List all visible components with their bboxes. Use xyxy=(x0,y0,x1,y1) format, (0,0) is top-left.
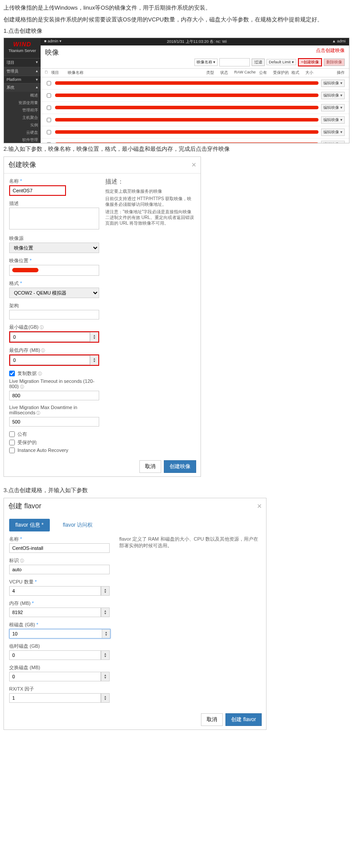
table-row: 编辑映像 ▾ xyxy=(41,102,349,114)
ram-input[interactable] xyxy=(9,608,101,617)
submit-button[interactable]: 创建 flavor xyxy=(225,713,262,726)
side-system[interactable]: 系统▴ xyxy=(4,83,41,92)
edit-button[interactable]: 编辑映像 ▾ xyxy=(321,92,345,99)
row-checkbox[interactable] xyxy=(47,117,51,123)
edit-button[interactable]: 编辑映像 ▾ xyxy=(321,104,345,111)
label-root: 根磁盘 (GB) xyxy=(9,621,111,628)
label-arch: 架构 xyxy=(9,302,99,309)
side-project[interactable]: 項目▾ xyxy=(4,58,41,67)
row-checkbox[interactable] xyxy=(47,105,51,111)
edit-button[interactable]: 编辑映像 ▾ xyxy=(321,80,345,87)
label-ram: 内存 (MB) xyxy=(9,600,111,607)
table-row: 编辑映像 ▾ xyxy=(41,90,349,102)
step-1: 1.点击创建映像 xyxy=(3,27,350,35)
edit-button[interactable]: 编辑映像 ▾ xyxy=(321,128,345,136)
filter-button[interactable]: 过滤 xyxy=(252,59,265,66)
top-bar: ■ admin ▾ 2018/1/31 上午11:03:20 各: nc: Wi… xyxy=(41,38,349,45)
label-name: 名称 xyxy=(9,536,111,542)
eph-input[interactable] xyxy=(9,650,101,660)
side-instance[interactable]: 实例 xyxy=(4,122,41,129)
tab-flavor-info[interactable]: flavor 信息 xyxy=(9,519,50,531)
cancel-button[interactable]: 取消 xyxy=(201,713,223,726)
table-row: 编辑映像 ▾ xyxy=(41,139,349,143)
table-header: □ 项目 映像名称 类型 状态 RAW Cache 公有 受保护的 格式 大小 … xyxy=(41,68,349,77)
red-scribble xyxy=(12,268,38,272)
spinner-icon[interactable]: ▲▼ xyxy=(90,332,98,342)
delete-image-button[interactable]: 删除映像 xyxy=(324,59,345,66)
label-lmt: Live Migration Timeout in seconds (120-8… xyxy=(9,378,99,390)
spinner-icon[interactable]: ▲▼ xyxy=(101,693,110,703)
submit-button[interactable]: 创建映像 xyxy=(164,460,196,473)
lmd-input[interactable] xyxy=(9,417,99,427)
annotation-label: 点击创建映像 xyxy=(316,47,345,54)
label-src: 映像源 xyxy=(9,235,99,242)
side-hypervisor[interactable]: 管理程序 xyxy=(4,107,41,114)
minram-input[interactable] xyxy=(10,355,90,365)
autorecover-checkbox[interactable] xyxy=(9,448,15,453)
create-image-modal: 创建映像 × 名称 描述 映像源 映像位置 映像位置 格式 QCOW2 - Q xyxy=(3,156,201,477)
step-2: 2.输入如下参数，映像名称，映像位置，格式，最小磁盘和最低内存，完成后点击穿件映… xyxy=(3,145,350,153)
lmt-input[interactable] xyxy=(9,391,99,400)
root-input[interactable] xyxy=(10,629,102,638)
spinner-icon[interactable]: ▲▼ xyxy=(101,650,110,660)
copy-checkbox[interactable] xyxy=(9,371,15,376)
brand-sub: Titanium Server xyxy=(4,49,41,56)
rxtx-input[interactable] xyxy=(9,693,101,703)
spinner-icon[interactable]: ▲▼ xyxy=(101,672,110,681)
arch-input[interactable] xyxy=(9,310,99,319)
label-vcpu: VCPU 数量 xyxy=(9,579,111,585)
side-platform[interactable]: Platform▾ xyxy=(4,76,41,83)
create-image-button[interactable]: +创建映像 xyxy=(298,58,322,66)
src-select[interactable]: 映像位置 xyxy=(9,243,99,253)
red-scribble xyxy=(55,106,318,109)
row-checkbox[interactable] xyxy=(47,129,51,135)
tab-flavor-access[interactable]: flavor 访问权 xyxy=(57,519,99,531)
limit-select[interactable]: Default Limit ▾ xyxy=(266,59,296,65)
filter-input[interactable] xyxy=(219,58,250,66)
edit-button[interactable]: 编辑映像 ▾ xyxy=(321,116,345,124)
flavor-name-input[interactable] xyxy=(9,543,110,553)
label-eph: 临时磁盘 (GB) xyxy=(9,643,111,649)
protected-checkbox[interactable] xyxy=(9,440,15,445)
label-swap: 交换磁盘 (MB) xyxy=(9,664,111,671)
label-minram: 最低内存 (MB) xyxy=(9,347,99,354)
side-agg[interactable]: 主机聚合 xyxy=(4,114,41,122)
red-scribble xyxy=(55,118,318,122)
create-flavor-modal: 创建 flavor × flavor 信息 flavor 访问权 名称 标识 V… xyxy=(3,498,266,730)
flavor-id-input[interactable] xyxy=(9,565,110,574)
cancel-button[interactable]: 取消 xyxy=(139,460,161,473)
close-icon[interactable]: × xyxy=(257,502,262,511)
fmt-select[interactable]: QCOW2 - QEMU 模拟器 xyxy=(9,288,99,298)
topbar-left[interactable]: ■ admin ▾ xyxy=(44,39,62,45)
side-usage[interactable]: 资源使用量 xyxy=(4,99,41,107)
label-autorecover: Instance Auto Recovery xyxy=(17,448,68,453)
spinner-icon[interactable]: ▲▼ xyxy=(90,355,98,365)
swap-input[interactable] xyxy=(9,672,101,681)
spinner-icon[interactable]: ▲▼ xyxy=(101,586,110,596)
table-row: 编辑映像 ▾ xyxy=(41,77,349,90)
side-admin[interactable]: 管理员▴ xyxy=(4,67,41,76)
flavor-desc: flavor 定义了 RAM 和磁盘的大小、CPU 数以及其他资源，用户在部署实… xyxy=(119,536,261,707)
row-checkbox[interactable] xyxy=(47,80,51,86)
table-row: 编辑映像 ▾ xyxy=(41,114,349,126)
side-sw[interactable]: 软件管理 xyxy=(4,136,41,143)
name-input[interactable] xyxy=(9,185,66,196)
edit-button[interactable]: 编辑映像 ▾ xyxy=(321,141,345,143)
topbar-right[interactable]: ▲ admi xyxy=(332,39,346,45)
red-scribble xyxy=(55,94,318,97)
vcpu-input[interactable] xyxy=(9,586,101,596)
row-checkbox[interactable] xyxy=(47,142,51,143)
filter-field[interactable]: 映像名称 ▾ xyxy=(194,59,218,66)
spinner-icon[interactable]: ▲▼ xyxy=(102,629,110,638)
side-disk[interactable]: 云硬盘 xyxy=(4,129,41,136)
public-checkbox[interactable] xyxy=(9,431,15,437)
close-icon[interactable]: × xyxy=(191,160,196,170)
side-overview[interactable]: 概述 xyxy=(4,92,41,99)
desc-p3: 请注意："映像地址"字段必须是直接指向映像二进制文件的有效 URL。重定向或者返… xyxy=(105,209,195,226)
mindisk-input[interactable] xyxy=(10,332,90,342)
spinner-icon[interactable]: ▲▼ xyxy=(101,608,110,617)
row-checkbox[interactable] xyxy=(47,93,51,98)
label-fmt: 格式 xyxy=(9,280,99,287)
label-protected: 受保护的 xyxy=(17,439,37,446)
desc-input[interactable] xyxy=(9,208,99,229)
